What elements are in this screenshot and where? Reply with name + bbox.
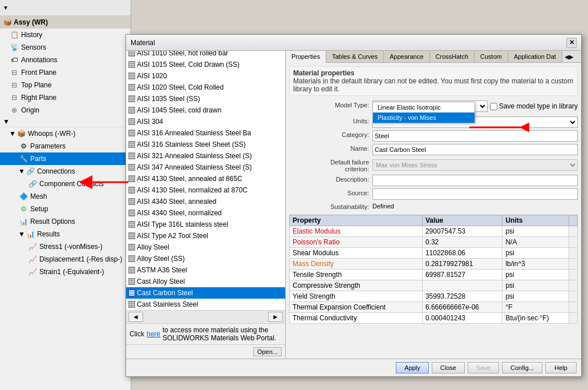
dialog-titlebar: Material ✕ — [126, 35, 581, 51]
material-icon — [128, 73, 135, 79]
sidebar-item-parts[interactable]: 🔧 Parts — [0, 152, 131, 165]
sustainability-label: Sustainability: — [289, 202, 369, 210]
nav-left-btn[interactable]: ◄ — [128, 312, 143, 322]
save-button[interactable]: Save — [468, 362, 499, 373]
sidebar-item-whoops[interactable]: ▼ 📦 Whoops (-WR-) — [0, 127, 131, 140]
material-list-item[interactable]: AISI Type 316L stainless steel — [126, 219, 285, 230]
material-list-item[interactable]: AISI 321 Annealed Stainless Steel (S) — [126, 150, 285, 162]
material-list-item[interactable]: AISI 1045 Steel, cold drawn — [126, 104, 285, 116]
parts-icon: 🔧 — [18, 154, 29, 164]
material-list-item[interactable]: AISI 1020 — [126, 70, 285, 82]
material-list-item[interactable]: AISI 347 Annealed Stainless Steel (S) — [126, 162, 285, 173]
material-icon — [128, 232, 135, 239]
material-list-item[interactable]: Cast Stainless Steel — [126, 299, 285, 310]
material-list-item[interactable]: ASTM A36 Steel — [126, 264, 285, 276]
tab-crosshatch[interactable]: CrossHatch — [430, 51, 475, 62]
sidebar-item-connections[interactable]: ▼ 🔗 Connections — [0, 165, 131, 178]
material-list-item[interactable]: Cast Carbon Steel — [126, 287, 285, 299]
tab-application-data[interactable]: Application Dat — [508, 51, 562, 62]
sidebar-item-results[interactable]: ▼ 📊 Results — [0, 228, 131, 240]
default-failure-value-row: Max von Mises Stress — [372, 158, 578, 172]
config-button[interactable]: Config... — [502, 362, 542, 373]
scroll-cell — [569, 237, 578, 248]
value-cell: 35993.72528 — [422, 291, 502, 302]
tab-tables-curves[interactable]: Tables & Curves — [326, 51, 384, 62]
units-cell: N/A — [502, 237, 569, 248]
tab-appearance[interactable]: Appearance — [384, 51, 429, 62]
material-list-item[interactable]: AISI 304 — [126, 116, 285, 127]
table-row: Mass Density0.28179927981lb/in^3 — [290, 259, 578, 270]
top-plane-icon: ⊟ — [9, 80, 19, 90]
material-list-scroll[interactable]: AISI 1010 Steel, hot rolled barAISI 1015… — [126, 51, 285, 310]
material-list-item[interactable]: AISI 4340 Steel, annealed — [126, 196, 285, 207]
material-label: ASTM A36 Steel — [137, 266, 187, 274]
expand-arrow: ▼ — [9, 130, 16, 137]
help-button[interactable]: Help — [545, 362, 577, 373]
close-dialog-button[interactable]: Close — [432, 362, 465, 373]
dropdown-item-plasticity[interactable]: Plasticity - von Mises — [373, 112, 475, 123]
sidebar-item-displacement1[interactable]: 📈 Displacement1 (-Res disp-) — [0, 253, 131, 266]
sidebar-item-component-contacts[interactable]: 🔗 Component Contacts — [0, 178, 131, 190]
source-input[interactable] — [372, 188, 578, 200]
sidebar-item-history[interactable]: 📋 History — [0, 29, 131, 41]
property-cell: Poisson's Ratio — [290, 237, 423, 248]
value-cell: 69987.81527 — [422, 270, 502, 280]
more-tabs-btn[interactable]: ◀▶ — [562, 51, 576, 62]
name-input[interactable] — [372, 144, 578, 155]
material-list-item[interactable]: AISI 4340 Steel, normalized — [126, 207, 285, 219]
sidebar-item-label: Whoops (-WR-) — [28, 130, 75, 138]
material-list-item[interactable]: AISI 1015 Steel, Cold Drawn (SS) — [126, 59, 285, 70]
nav-right-btn[interactable]: ► — [268, 312, 283, 322]
tab-custom[interactable]: Custom — [475, 51, 508, 62]
stress-icon: 📈 — [27, 242, 38, 252]
sidebar-item-annotations[interactable]: 🏷 Annotations — [0, 54, 131, 66]
sidebar-item-label: Result Options — [30, 218, 75, 226]
parameters-icon: ⚙ — [18, 141, 29, 151]
history-icon: 📋 — [9, 30, 19, 40]
save-model-checkbox[interactable] — [490, 103, 497, 110]
dropdown-item-linear[interactable]: Linear Elastic Isotropic — [373, 102, 475, 112]
source-value-row — [372, 188, 578, 200]
material-list-panel: AISI 1010 Steel, hot rolled barAISI 1015… — [126, 51, 286, 359]
open-button[interactable]: Open... — [253, 347, 282, 356]
table-row: Shear Modulus11022868.06psi — [290, 248, 578, 259]
sidebar-item-setup[interactable]: ⚙ Setup — [0, 203, 131, 215]
col-value: Value — [422, 215, 502, 226]
sidebar-item-right-plane[interactable]: ⊟ Right Plane — [0, 91, 131, 104]
sidebar-item-sensors[interactable]: 📡 Sensors — [0, 41, 131, 54]
material-list-item[interactable]: Alloy Steel — [126, 242, 285, 253]
sidebar-item-result-options[interactable]: 📊 Result Options — [0, 215, 131, 228]
sidebar-item-mesh[interactable]: 🔷 Mesh — [0, 190, 131, 203]
sidebar-item-parameters[interactable]: ⚙ Parameters — [0, 140, 131, 152]
material-list-item[interactable]: AISI 316 Stainless Steel Sheet (SS) — [126, 139, 285, 150]
apply-button[interactable]: Apply — [396, 362, 429, 373]
material-list-item[interactable]: AISI Type A2 Tool Steel — [126, 230, 285, 242]
units-cell: psi — [502, 270, 569, 280]
scroll-cell — [569, 226, 578, 237]
material-label: AISI 316 Stainless Steel Sheet (SS) — [137, 140, 246, 148]
description-input[interactable] — [372, 175, 578, 186]
tab-properties[interactable]: Properties — [286, 51, 326, 63]
sidebar-item-origin[interactable]: ⊕ Origin — [0, 104, 131, 116]
material-label: Cast Stainless Steel — [137, 300, 198, 308]
dropdown-arrow-icon[interactable]: ▼ — [3, 5, 9, 11]
material-list-item[interactable]: AISI 4130 Steel, normalized at 870C — [126, 184, 285, 196]
material-icon — [128, 130, 135, 136]
sidebar-item-label: Parameters — [30, 142, 66, 150]
table-row: Thermal Conductivity0.000401243Btu/(in·s… — [290, 313, 578, 324]
footer-link[interactable]: here — [147, 330, 160, 338]
sidebar-item-strain1[interactable]: 📈 Strain1 (-Equivalent-) — [0, 266, 131, 278]
material-list-item[interactable]: Alloy Steel (SS) — [126, 253, 285, 264]
sidebar-item-stress1[interactable]: 📈 Stress1 (-vonMises-) — [0, 240, 131, 253]
material-list-item[interactable]: AISI 316 Annealed Stainless Steel Ba — [126, 127, 285, 139]
sidebar-item-top-plane[interactable]: ⊟ Top Plane — [0, 79, 131, 91]
sidebar-item-front-plane[interactable]: ⊟ Front Plane — [0, 66, 131, 79]
material-list-item[interactable]: AISI 1020 Steel, Cold Rolled — [126, 82, 285, 93]
material-list-item[interactable]: AISI 4130 Steel, annealed at 865C — [126, 173, 285, 184]
material-list-item[interactable]: Cast Alloy Steel — [126, 276, 285, 287]
material-list-item[interactable]: AISI 1010 Steel, hot rolled bar — [126, 51, 285, 59]
material-list-item[interactable]: AISI 1035 Steel (SS) — [126, 93, 285, 104]
default-failure-select[interactable]: Max von Mises Stress — [372, 159, 578, 171]
category-input[interactable] — [372, 130, 578, 142]
close-button[interactable]: ✕ — [566, 38, 577, 48]
